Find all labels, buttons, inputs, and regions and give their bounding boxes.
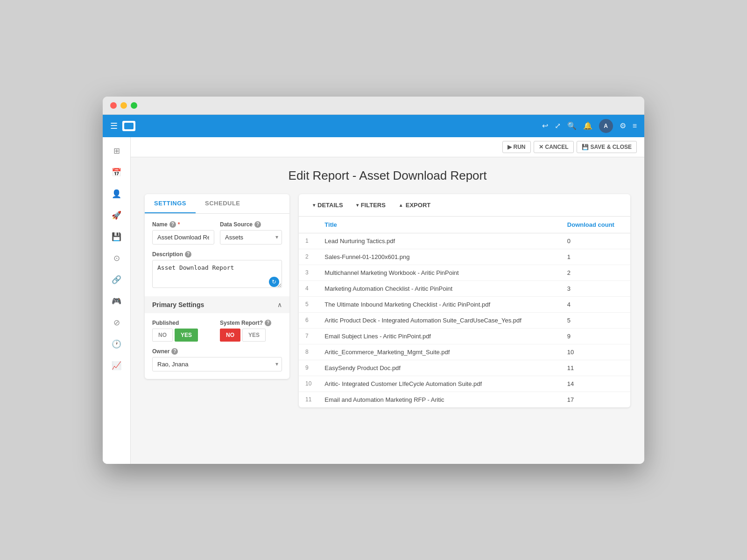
save-close-button[interactable]: 💾 SAVE & CLOSE [577, 141, 637, 153]
sidebar-item-contacts[interactable]: 👤 [107, 185, 126, 203]
avatar[interactable]: A [599, 119, 613, 133]
name-input[interactable] [152, 230, 214, 245]
datasource-select-wrapper: Assets Contacts Companies ▾ [220, 230, 282, 245]
row-count: 14 [561, 376, 630, 392]
details-chevron-icon: ▾ [313, 203, 315, 208]
main-content: ▶ RUN ✕ CANCEL 💾 SAVE & CLOSE Edit Repor… [131, 137, 644, 464]
primary-settings-section: Primary Settings ∧ Published [152, 296, 282, 371]
published-no-button[interactable]: NO [152, 329, 173, 342]
system-report-toggle: NO YES [220, 329, 282, 342]
page-title: Edit Report - Asset Download Report [145, 168, 630, 183]
run-button[interactable]: ▶ RUN [502, 141, 531, 153]
description-textarea-wrapper: Asset Download Report ↻ [152, 260, 282, 290]
description-help-icon[interactable]: ? [185, 251, 191, 258]
row-title: Aritic Product Deck - Integrated Automat… [318, 312, 560, 328]
search-icon[interactable]: 🔍 [567, 121, 577, 130]
col-download-count[interactable]: Download count [561, 217, 630, 233]
sidebar-item-channels[interactable]: ⊙ [107, 249, 126, 268]
description-group: Description ? Asset Download Report ↻ [152, 251, 282, 290]
row-count: 5 [561, 312, 630, 328]
tab-schedule[interactable]: SCHEDULE [196, 194, 250, 213]
sidebar-item-integrations[interactable]: 🔗 [107, 271, 126, 289]
tab-settings[interactable]: SETTINGS [145, 194, 196, 213]
row-count: 11 [561, 360, 630, 376]
details-button[interactable]: ▾ DETAILS [306, 199, 350, 211]
two-col-layout: SETTINGS SCHEDULE Name ? * [145, 194, 630, 407]
sidebar-item-history[interactable]: 🕐 [107, 335, 126, 354]
table-body: 1 Lead Nurturing Tactics.pdf 0 2 Sales-F… [299, 233, 630, 407]
cancel-button[interactable]: ✕ CANCEL [534, 141, 574, 153]
back-icon[interactable]: ↩ [542, 121, 548, 130]
table-row: 4 Marketing Automation Checklist - Ariti… [299, 280, 630, 296]
row-count: 1 [561, 249, 630, 265]
sidebar-item-reports[interactable]: 📈 [107, 357, 126, 375]
owner-select[interactable]: Rao, Jnana [152, 357, 282, 371]
navbar-right: ↩ ⤢ 🔍 🔔 A ⚙ ≡ [542, 119, 637, 133]
datasource-select[interactable]: Assets Contacts Companies [220, 230, 282, 245]
description-textarea[interactable]: Asset Download Report [152, 260, 282, 288]
primary-settings-title: Primary Settings [152, 301, 204, 308]
row-title: Aritic_Ecommerce_Marketing_Mgmt_Suite.pd… [318, 344, 560, 360]
sidebar-item-assets[interactable]: 💾 [107, 228, 126, 246]
app-layout: ⊞ 📅 👤 🚀 💾 ⊙ 🔗 🎮 ⊘ 🕐 📈 ▶ RUN ✕ CANCE [103, 137, 644, 464]
navbar: ☰ ↩ ⤢ 🔍 🔔 A ⚙ ≡ [103, 115, 644, 137]
filters-button[interactable]: ▾ FILTERS [350, 199, 392, 211]
filters-chevron-icon: ▾ [356, 203, 359, 208]
titlebar [103, 97, 644, 115]
owner-help-icon[interactable]: ? [171, 348, 178, 355]
row-num: 5 [299, 296, 318, 312]
system-report-yes-button[interactable]: YES [242, 329, 266, 342]
published-yes-button[interactable]: YES [175, 329, 198, 342]
navbar-left: ☰ [110, 121, 135, 131]
row-count: 2 [561, 265, 630, 280]
row-num: 11 [299, 392, 318, 407]
system-report-group: System Report? ? NO YES [220, 320, 282, 342]
gear-icon[interactable]: ⚙ [620, 121, 626, 130]
row-title: Marketing Automation Checklist - Aritic … [318, 280, 560, 296]
data-toolbar: ▾ DETAILS ▾ FILTERS ▲ EXPORT [299, 194, 630, 217]
row-count: 9 [561, 328, 630, 344]
row-num: 3 [299, 265, 318, 280]
row-title: EasySendy Product Doc.pdf [318, 360, 560, 376]
table-header-row: Title Download count [299, 217, 630, 233]
system-report-help-icon[interactable]: ? [265, 320, 271, 326]
system-report-no-button[interactable]: NO [220, 329, 240, 342]
name-help-icon[interactable]: ? [169, 221, 176, 228]
sidebar-item-automations[interactable]: 🎮 [107, 292, 126, 311]
table-row: 2 Sales-Funnel-01-1200x601.png 1 [299, 249, 630, 265]
app-window: ☰ ↩ ⤢ 🔍 🔔 A ⚙ ≡ ⊞ 📅 👤 🚀 💾 ⊙ 🔗 🎮 ⊘ � [103, 97, 644, 464]
primary-settings-body: Published NO YES [152, 313, 282, 371]
sidebar-item-focus[interactable]: ⊘ [107, 314, 126, 332]
name-label: Name ? * [152, 221, 214, 228]
maximize-button[interactable] [131, 102, 137, 109]
hamburger-icon[interactable]: ☰ [110, 121, 118, 131]
expand-icon[interactable]: ⤢ [555, 121, 561, 130]
settings-body: Name ? * Data Source ? [145, 214, 289, 379]
bell-icon[interactable]: 🔔 [583, 121, 592, 130]
minimize-button[interactable] [120, 102, 127, 109]
row-title: Aritic- Integrated Customer LIfeCycle Au… [318, 376, 560, 392]
datasource-help-icon[interactable]: ? [254, 221, 261, 228]
published-system-row: Published NO YES [152, 320, 282, 342]
name-group: Name ? * [152, 221, 214, 245]
row-count: 3 [561, 280, 630, 296]
refresh-icon[interactable]: ↻ [269, 277, 279, 287]
sidebar-item-calendar[interactable]: 📅 [107, 163, 126, 182]
export-button[interactable]: ▲ EXPORT [392, 199, 437, 211]
menu-icon[interactable]: ≡ [633, 122, 637, 130]
row-title: Email Subject Lines - Aritic PinPoint.pd… [318, 328, 560, 344]
sidebar: ⊞ 📅 👤 🚀 💾 ⊙ 🔗 🎮 ⊘ 🕐 📈 [103, 137, 131, 464]
col-title[interactable]: Title [318, 217, 560, 233]
col-num [299, 217, 318, 233]
close-button[interactable] [110, 102, 117, 109]
table-row: 7 Email Subject Lines - Aritic PinPoint.… [299, 328, 630, 344]
settings-tabs: SETTINGS SCHEDULE [145, 194, 289, 214]
sidebar-item-campaigns[interactable]: 🚀 [107, 206, 126, 225]
row-count: 0 [561, 233, 630, 249]
description-label: Description ? [152, 251, 282, 258]
settings-panel: SETTINGS SCHEDULE Name ? * [145, 194, 289, 379]
primary-settings-header[interactable]: Primary Settings ∧ [145, 296, 289, 313]
sidebar-item-dashboard[interactable]: ⊞ [107, 142, 126, 161]
row-title: Lead Nurturing Tactics.pdf [318, 233, 560, 249]
table-row: 6 Aritic Product Deck - Integrated Autom… [299, 312, 630, 328]
